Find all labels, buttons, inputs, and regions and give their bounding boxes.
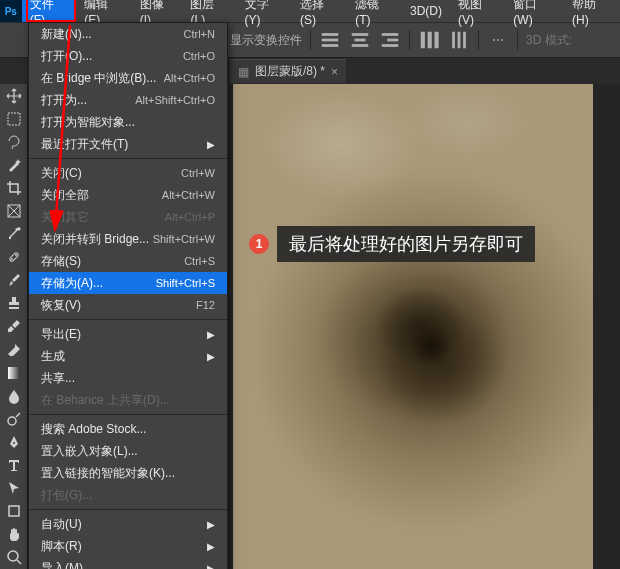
more-icon[interactable]: ⋯ (487, 29, 509, 51)
menu-item: 在 Behance 上共享(D)... (29, 389, 227, 411)
menu-item[interactable]: 打开为...Alt+Shift+Ctrl+O (29, 89, 227, 111)
eyedropper-tool-icon[interactable] (0, 223, 28, 246)
wand-tool-icon[interactable] (0, 153, 28, 176)
image-content (233, 84, 593, 569)
document-canvas[interactable] (233, 84, 593, 569)
menu-item[interactable]: 打开(O)...Ctrl+O (29, 45, 227, 67)
shape-tool-icon[interactable] (0, 500, 28, 523)
menu-item-label: 关闭(C) (41, 165, 82, 182)
crop-tool-icon[interactable] (0, 176, 28, 199)
submenu-arrow-icon: ▶ (207, 351, 215, 362)
menu-help[interactable]: 帮助(H) (564, 0, 620, 22)
dodge-tool-icon[interactable] (0, 407, 28, 430)
menu-separator (29, 158, 227, 159)
menu-item[interactable]: 存储为(A)...Shift+Ctrl+S (29, 272, 227, 294)
menu-image[interactable]: 图像(I) (132, 0, 183, 22)
menu-item[interactable]: 在 Bridge 中浏览(B)...Alt+Ctrl+O (29, 67, 227, 89)
menu-edit[interactable]: 编辑(E) (76, 0, 131, 22)
align-icon-3[interactable] (379, 29, 401, 51)
menu-shortcut: Ctrl+N (184, 28, 215, 40)
menu-item[interactable]: 共享... (29, 367, 227, 389)
ps-logo: Ps (0, 0, 22, 22)
eraser-tool-icon[interactable] (0, 338, 28, 361)
menu-window[interactable]: 窗口(W) (505, 0, 564, 22)
menu-select[interactable]: 选择(S) (292, 0, 347, 22)
menu-item[interactable]: 搜索 Adobe Stock... (29, 418, 227, 440)
menu-item[interactable]: 存储(S)Ctrl+S (29, 250, 227, 272)
menu-shortcut: Ctrl+O (183, 50, 215, 62)
menu-item-label: 在 Bridge 中浏览(B)... (41, 70, 156, 87)
menu-item[interactable]: 关闭(C)Ctrl+W (29, 162, 227, 184)
frame-tool-icon[interactable] (0, 199, 28, 222)
distribute-icon-2[interactable] (448, 29, 470, 51)
path-tool-icon[interactable] (0, 477, 28, 500)
menu-item[interactable]: 置入嵌入对象(L)... (29, 440, 227, 462)
menu-item[interactable]: 新建(N)...Ctrl+N (29, 23, 227, 45)
menu-item[interactable]: 脚本(R)▶ (29, 535, 227, 557)
gradient-tool-icon[interactable] (0, 361, 28, 384)
stamp-tool-icon[interactable] (0, 292, 28, 315)
menu-item-label: 最近打开文件(T) (41, 136, 128, 153)
move-tool-icon[interactable] (0, 84, 28, 107)
svg-rect-12 (452, 32, 455, 49)
menu-item-label: 导出(E) (41, 326, 81, 343)
heal-tool-icon[interactable] (0, 246, 28, 269)
svg-point-21 (8, 417, 16, 425)
pen-tool-icon[interactable] (0, 430, 28, 453)
menu-item: 打包(G)... (29, 484, 227, 506)
menu-item-label: 共享... (41, 370, 75, 387)
menu-shortcut: Shift+Ctrl+S (156, 277, 215, 289)
menu-file[interactable]: 文件(F) (22, 0, 77, 22)
menu-item-label: 存储(S) (41, 253, 81, 270)
svg-rect-22 (9, 506, 19, 516)
blur-tool-icon[interactable] (0, 384, 28, 407)
menu-layer[interactable]: 图层(L) (182, 0, 236, 22)
opt-sep (517, 30, 518, 50)
svg-rect-15 (8, 113, 20, 125)
hand-tool-icon[interactable] (0, 523, 28, 546)
menu-item[interactable]: 导出(E)▶ (29, 323, 227, 345)
zoom-tool-icon[interactable] (0, 546, 28, 569)
menu-item-label: 在 Behance 上共享(D)... (41, 392, 170, 409)
menu-item[interactable]: 最近打开文件(T)▶ (29, 133, 227, 155)
document-tab[interactable]: ▦ 图层蒙版/8) * × (230, 59, 346, 83)
menu-item[interactable]: 自动(U)▶ (29, 513, 227, 535)
svg-point-19 (16, 255, 17, 256)
menu-item[interactable]: 打开为智能对象... (29, 111, 227, 133)
brush-tool-icon[interactable] (0, 269, 28, 292)
menu-item-label: 自动(U) (41, 516, 82, 533)
svg-point-23 (8, 551, 18, 561)
svg-rect-6 (382, 33, 399, 36)
distribute-icon[interactable] (418, 29, 440, 51)
svg-rect-8 (382, 44, 399, 47)
menu-item[interactable]: 导入(M)▶ (29, 557, 227, 569)
menu-type[interactable]: 文字(Y) (237, 0, 292, 22)
menu-filter[interactable]: 滤镜(T) (347, 0, 402, 22)
menu-view[interactable]: 视图(V) (450, 0, 505, 22)
menu-item-label: 打开(O)... (41, 48, 92, 65)
submenu-arrow-icon: ▶ (207, 139, 215, 150)
type-tool-icon[interactable] (0, 454, 28, 477)
menu-item[interactable]: 关闭并转到 Bridge...Shift+Ctrl+W (29, 228, 227, 250)
menu-item-label: 置入嵌入对象(L)... (41, 443, 138, 460)
menubar: Ps 文件(F) 编辑(E) 图像(I) 图层(L) 文字(Y) 选择(S) 滤… (0, 0, 620, 22)
callout-text: 最后将处理好的图片另存即可 (277, 226, 535, 262)
callout-number: 1 (249, 234, 269, 254)
history-brush-icon[interactable] (0, 315, 28, 338)
menu-item[interactable]: 恢复(V)F12 (29, 294, 227, 316)
lasso-tool-icon[interactable] (0, 130, 28, 153)
align-icon[interactable] (319, 29, 341, 51)
menu-shortcut: Ctrl+W (181, 167, 215, 179)
menu-item[interactable]: 置入链接的智能对象(K)... (29, 462, 227, 484)
menu-shortcut: Alt+Shift+Ctrl+O (135, 94, 215, 106)
svg-rect-2 (322, 44, 339, 47)
menu-item-label: 打开为... (41, 92, 87, 109)
menu-item[interactable]: 关闭全部Alt+Ctrl+W (29, 184, 227, 206)
marquee-tool-icon[interactable] (0, 107, 28, 130)
tab-close-icon[interactable]: × (331, 65, 338, 79)
svg-rect-17 (9, 252, 19, 262)
tab-doc-icon: ▦ (238, 65, 249, 79)
align-icon-2[interactable] (349, 29, 371, 51)
menu-3d[interactable]: 3D(D) (402, 0, 450, 22)
menu-item[interactable]: 生成▶ (29, 345, 227, 367)
